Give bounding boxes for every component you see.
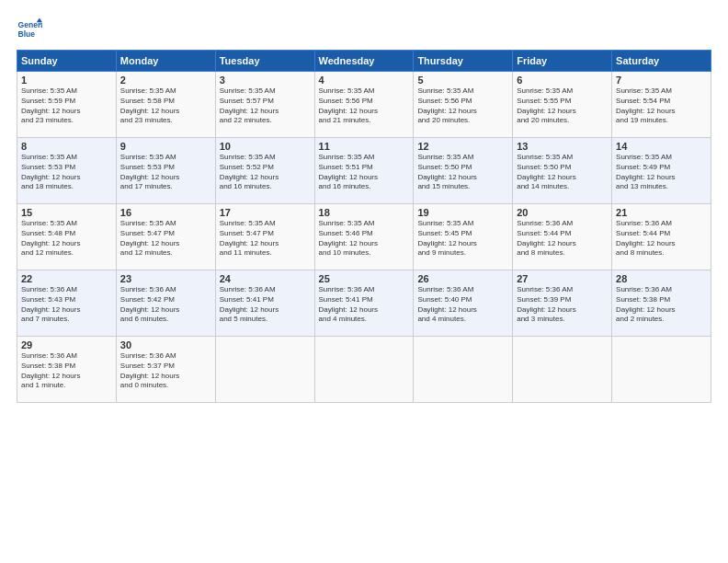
calendar-header: SundayMondayTuesdayWednesdayThursdayFrid…: [17, 51, 711, 72]
calendar-cell: 16Sunrise: 5:35 AMSunset: 5:47 PMDayligh…: [116, 204, 215, 270]
calendar-week-4: 22Sunrise: 5:36 AMSunset: 5:43 PMDayligh…: [17, 270, 711, 337]
calendar-cell: 22Sunrise: 5:36 AMSunset: 5:43 PMDayligh…: [17, 270, 117, 337]
page: General Blue SundayMondayTuesdayWednesda…: [0, 0, 728, 563]
col-header-thursday: Thursday: [414, 51, 513, 72]
col-header-sunday: Sunday: [17, 51, 117, 72]
calendar-cell: 14Sunrise: 5:35 AMSunset: 5:49 PMDayligh…: [612, 138, 711, 204]
day-content: Sunrise: 5:35 AMSunset: 5:53 PMDaylight:…: [21, 153, 112, 192]
day-content: Sunrise: 5:36 AMSunset: 5:41 PMDaylight:…: [220, 285, 311, 325]
calendar-cell: 19Sunrise: 5:35 AMSunset: 5:45 PMDayligh…: [414, 204, 513, 270]
day-number: 29: [21, 339, 112, 350]
day-content: Sunrise: 5:35 AMSunset: 5:58 PMDaylight:…: [120, 86, 211, 126]
day-content: Sunrise: 5:35 AMSunset: 5:50 PMDaylight:…: [417, 153, 508, 192]
calendar-cell: 25Sunrise: 5:36 AMSunset: 5:41 PMDayligh…: [314, 270, 414, 337]
day-number: 19: [417, 207, 508, 218]
day-number: 24: [220, 273, 311, 284]
day-content: Sunrise: 5:36 AMSunset: 5:42 PMDaylight:…: [120, 285, 211, 325]
day-content: Sunrise: 5:36 AMSunset: 5:38 PMDaylight:…: [616, 285, 707, 325]
day-number: 15: [21, 207, 112, 218]
day-number: 26: [417, 273, 508, 284]
day-content: Sunrise: 5:36 AMSunset: 5:38 PMDaylight:…: [21, 351, 112, 391]
day-content: Sunrise: 5:35 AMSunset: 5:47 PMDaylight:…: [220, 219, 311, 259]
day-number: 2: [120, 75, 211, 86]
calendar-cell: 5Sunrise: 5:35 AMSunset: 5:56 PMDaylight…: [414, 72, 513, 138]
day-content: Sunrise: 5:35 AMSunset: 5:56 PMDaylight:…: [417, 86, 508, 126]
day-content: Sunrise: 5:36 AMSunset: 5:43 PMDaylight:…: [21, 285, 112, 325]
day-content: Sunrise: 5:35 AMSunset: 5:54 PMDaylight:…: [616, 86, 707, 126]
day-number: 30: [120, 339, 211, 350]
col-header-tuesday: Tuesday: [215, 51, 314, 72]
calendar-cell: 24Sunrise: 5:36 AMSunset: 5:41 PMDayligh…: [215, 270, 314, 337]
day-content: Sunrise: 5:35 AMSunset: 5:45 PMDaylight:…: [417, 219, 508, 259]
day-number: 20: [517, 207, 608, 218]
day-number: 14: [616, 141, 707, 152]
day-number: 3: [220, 75, 311, 86]
day-number: 25: [319, 273, 410, 284]
calendar-cell: [612, 337, 711, 403]
day-content: Sunrise: 5:36 AMSunset: 5:37 PMDaylight:…: [120, 351, 211, 391]
calendar-cell: 11Sunrise: 5:35 AMSunset: 5:51 PMDayligh…: [314, 138, 414, 204]
day-content: Sunrise: 5:35 AMSunset: 5:52 PMDaylight:…: [220, 153, 311, 192]
calendar-week-5: 29Sunrise: 5:36 AMSunset: 5:38 PMDayligh…: [17, 337, 711, 403]
calendar-cell: 12Sunrise: 5:35 AMSunset: 5:50 PMDayligh…: [414, 138, 513, 204]
calendar-cell: 8Sunrise: 5:35 AMSunset: 5:53 PMDaylight…: [17, 138, 117, 204]
col-header-friday: Friday: [513, 51, 612, 72]
day-number: 12: [417, 141, 508, 152]
calendar-cell: 17Sunrise: 5:35 AMSunset: 5:47 PMDayligh…: [215, 204, 314, 270]
day-number: 13: [517, 141, 608, 152]
day-content: Sunrise: 5:36 AMSunset: 5:40 PMDaylight:…: [417, 285, 508, 325]
calendar-week-3: 15Sunrise: 5:35 AMSunset: 5:48 PMDayligh…: [17, 204, 711, 270]
logo: General Blue: [17, 17, 46, 42]
day-content: Sunrise: 5:35 AMSunset: 5:56 PMDaylight:…: [319, 86, 410, 126]
day-content: Sunrise: 5:35 AMSunset: 5:59 PMDaylight:…: [21, 86, 112, 126]
day-number: 10: [220, 141, 311, 152]
calendar-cell: 29Sunrise: 5:36 AMSunset: 5:38 PMDayligh…: [17, 337, 117, 403]
calendar-cell: [314, 337, 414, 403]
day-number: 23: [120, 273, 211, 284]
calendar-cell: 3Sunrise: 5:35 AMSunset: 5:57 PMDaylight…: [215, 72, 314, 138]
calendar-cell: 4Sunrise: 5:35 AMSunset: 5:56 PMDaylight…: [314, 72, 414, 138]
calendar-table: SundayMondayTuesdayWednesdayThursdayFrid…: [17, 50, 711, 403]
day-content: Sunrise: 5:35 AMSunset: 5:51 PMDaylight:…: [319, 153, 410, 192]
calendar-cell: 9Sunrise: 5:35 AMSunset: 5:53 PMDaylight…: [116, 138, 215, 204]
calendar-cell: 23Sunrise: 5:36 AMSunset: 5:42 PMDayligh…: [116, 270, 215, 337]
calendar-cell: [215, 337, 314, 403]
day-content: Sunrise: 5:36 AMSunset: 5:44 PMDaylight:…: [616, 219, 707, 259]
calendar-cell: 15Sunrise: 5:35 AMSunset: 5:48 PMDayligh…: [17, 204, 117, 270]
day-number: 16: [120, 207, 211, 218]
day-content: Sunrise: 5:35 AMSunset: 5:50 PMDaylight:…: [517, 153, 608, 192]
day-number: 21: [616, 207, 707, 218]
calendar-cell: 1Sunrise: 5:35 AMSunset: 5:59 PMDaylight…: [17, 72, 117, 138]
day-number: 22: [21, 273, 112, 284]
day-content: Sunrise: 5:35 AMSunset: 5:46 PMDaylight:…: [319, 219, 410, 259]
logo-icon: General Blue: [17, 17, 42, 42]
svg-text:Blue: Blue: [18, 29, 36, 39]
day-content: Sunrise: 5:36 AMSunset: 5:39 PMDaylight:…: [517, 285, 608, 325]
calendar-cell: 10Sunrise: 5:35 AMSunset: 5:52 PMDayligh…: [215, 138, 314, 204]
calendar-week-1: 1Sunrise: 5:35 AMSunset: 5:59 PMDaylight…: [17, 72, 711, 138]
day-number: 7: [616, 75, 707, 86]
calendar-cell: 6Sunrise: 5:35 AMSunset: 5:55 PMDaylight…: [513, 72, 612, 138]
day-number: 18: [319, 207, 410, 218]
calendar-cell: [513, 337, 612, 403]
header: General Blue: [17, 17, 711, 42]
day-number: 28: [616, 273, 707, 284]
day-number: 17: [220, 207, 311, 218]
calendar-cell: 27Sunrise: 5:36 AMSunset: 5:39 PMDayligh…: [513, 270, 612, 337]
calendar-cell: [414, 337, 513, 403]
day-content: Sunrise: 5:35 AMSunset: 5:57 PMDaylight:…: [220, 86, 311, 126]
calendar-cell: 18Sunrise: 5:35 AMSunset: 5:46 PMDayligh…: [314, 204, 414, 270]
day-number: 6: [517, 75, 608, 86]
calendar-cell: 20Sunrise: 5:36 AMSunset: 5:44 PMDayligh…: [513, 204, 612, 270]
col-header-monday: Monday: [116, 51, 215, 72]
day-number: 9: [120, 141, 211, 152]
col-header-wednesday: Wednesday: [314, 51, 414, 72]
calendar-week-2: 8Sunrise: 5:35 AMSunset: 5:53 PMDaylight…: [17, 138, 711, 204]
day-content: Sunrise: 5:35 AMSunset: 5:48 PMDaylight:…: [21, 219, 112, 259]
day-content: Sunrise: 5:35 AMSunset: 5:47 PMDaylight:…: [120, 219, 211, 259]
calendar-cell: 26Sunrise: 5:36 AMSunset: 5:40 PMDayligh…: [414, 270, 513, 337]
day-number: 27: [517, 273, 608, 284]
calendar-cell: 7Sunrise: 5:35 AMSunset: 5:54 PMDaylight…: [612, 72, 711, 138]
day-content: Sunrise: 5:35 AMSunset: 5:49 PMDaylight:…: [616, 153, 707, 192]
day-number: 1: [21, 75, 112, 86]
